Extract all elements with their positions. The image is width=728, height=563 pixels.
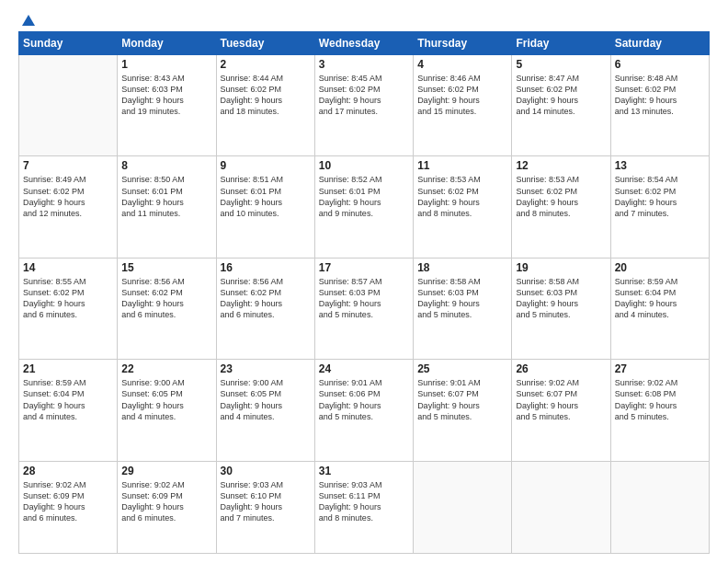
calendar-cell: 31Sunrise: 9:03 AM Sunset: 6:11 PM Dayli… bbox=[314, 461, 413, 553]
day-number: 21 bbox=[23, 362, 113, 375]
day-info: Sunrise: 8:57 AM Sunset: 6:03 PM Dayligh… bbox=[319, 276, 409, 321]
calendar-cell: 18Sunrise: 8:58 AM Sunset: 6:03 PM Dayli… bbox=[414, 258, 512, 359]
day-number: 23 bbox=[221, 362, 311, 375]
calendar-table: SundayMondayTuesdayWednesdayThursdayFrid… bbox=[18, 31, 710, 554]
day-number: 7 bbox=[23, 159, 113, 172]
day-info: Sunrise: 9:02 AM Sunset: 6:07 PM Dayligh… bbox=[516, 377, 606, 422]
calendar-cell: 8Sunrise: 8:50 AM Sunset: 6:01 PM Daylig… bbox=[118, 156, 216, 258]
calendar-cell: 25Sunrise: 9:01 AM Sunset: 6:07 PM Dayli… bbox=[414, 360, 512, 461]
day-info: Sunrise: 8:59 AM Sunset: 6:04 PM Dayligh… bbox=[23, 377, 113, 422]
day-info: Sunrise: 9:03 AM Sunset: 6:11 PM Dayligh… bbox=[319, 479, 409, 524]
week-row-3: 14Sunrise: 8:55 AM Sunset: 6:02 PM Dayli… bbox=[19, 258, 710, 359]
day-info: Sunrise: 9:02 AM Sunset: 6:09 PM Dayligh… bbox=[23, 479, 113, 524]
day-info: Sunrise: 8:53 AM Sunset: 6:02 PM Dayligh… bbox=[417, 174, 507, 219]
day-info: Sunrise: 8:59 AM Sunset: 6:04 PM Dayligh… bbox=[615, 276, 705, 321]
day-number: 30 bbox=[221, 465, 311, 477]
calendar-cell: 27Sunrise: 9:02 AM Sunset: 6:08 PM Dayli… bbox=[610, 360, 709, 461]
calendar-header-saturday: Saturday bbox=[610, 32, 709, 55]
day-info: Sunrise: 8:48 AM Sunset: 6:02 PM Dayligh… bbox=[615, 73, 705, 118]
day-info: Sunrise: 8:45 AM Sunset: 6:02 PM Dayligh… bbox=[319, 73, 409, 118]
calendar-cell: 20Sunrise: 8:59 AM Sunset: 6:04 PM Dayli… bbox=[610, 258, 709, 359]
calendar-cell: 21Sunrise: 8:59 AM Sunset: 6:04 PM Dayli… bbox=[19, 360, 118, 461]
header bbox=[18, 17, 710, 24]
day-number: 27 bbox=[615, 362, 705, 375]
calendar-header-friday: Friday bbox=[512, 32, 610, 55]
day-info: Sunrise: 8:53 AM Sunset: 6:02 PM Dayligh… bbox=[516, 174, 606, 219]
day-number: 6 bbox=[615, 58, 705, 71]
day-info: Sunrise: 9:02 AM Sunset: 6:08 PM Dayligh… bbox=[615, 377, 705, 422]
svg-marker-0 bbox=[22, 15, 35, 26]
logo bbox=[18, 17, 37, 24]
day-info: Sunrise: 9:00 AM Sunset: 6:05 PM Dayligh… bbox=[121, 377, 211, 422]
logo-icon bbox=[20, 13, 37, 29]
day-info: Sunrise: 8:58 AM Sunset: 6:03 PM Dayligh… bbox=[417, 276, 507, 321]
day-number: 5 bbox=[516, 58, 606, 71]
calendar-cell: 13Sunrise: 8:54 AM Sunset: 6:02 PM Dayli… bbox=[610, 156, 709, 258]
calendar-cell: 4Sunrise: 8:46 AM Sunset: 6:02 PM Daylig… bbox=[414, 55, 512, 156]
day-number: 22 bbox=[121, 362, 211, 375]
day-info: Sunrise: 8:55 AM Sunset: 6:02 PM Dayligh… bbox=[23, 276, 113, 321]
day-number: 14 bbox=[23, 261, 113, 274]
day-info: Sunrise: 9:00 AM Sunset: 6:05 PM Dayligh… bbox=[221, 377, 311, 422]
day-number: 1 bbox=[121, 58, 211, 71]
day-number: 13 bbox=[615, 159, 705, 172]
calendar-cell: 6Sunrise: 8:48 AM Sunset: 6:02 PM Daylig… bbox=[610, 55, 709, 156]
day-number: 16 bbox=[221, 261, 311, 274]
day-info: Sunrise: 8:49 AM Sunset: 6:02 PM Dayligh… bbox=[23, 174, 113, 219]
week-row-5: 28Sunrise: 9:02 AM Sunset: 6:09 PM Dayli… bbox=[19, 461, 710, 553]
day-info: Sunrise: 8:51 AM Sunset: 6:01 PM Dayligh… bbox=[221, 174, 311, 219]
day-info: Sunrise: 8:58 AM Sunset: 6:03 PM Dayligh… bbox=[516, 276, 606, 321]
calendar-cell: 9Sunrise: 8:51 AM Sunset: 6:01 PM Daylig… bbox=[216, 156, 314, 258]
calendar-cell bbox=[19, 55, 118, 156]
day-number: 25 bbox=[417, 362, 507, 375]
calendar-cell: 3Sunrise: 8:45 AM Sunset: 6:02 PM Daylig… bbox=[314, 55, 413, 156]
day-number: 12 bbox=[516, 159, 606, 172]
calendar-cell: 26Sunrise: 9:02 AM Sunset: 6:07 PM Dayli… bbox=[512, 360, 610, 461]
calendar-header-sunday: Sunday bbox=[19, 32, 118, 55]
calendar-cell: 12Sunrise: 8:53 AM Sunset: 6:02 PM Dayli… bbox=[512, 156, 610, 258]
calendar-cell: 1Sunrise: 8:43 AM Sunset: 6:03 PM Daylig… bbox=[118, 55, 216, 156]
calendar-cell: 14Sunrise: 8:55 AM Sunset: 6:02 PM Dayli… bbox=[19, 258, 118, 359]
day-info: Sunrise: 8:56 AM Sunset: 6:02 PM Dayligh… bbox=[121, 276, 211, 321]
day-info: Sunrise: 9:01 AM Sunset: 6:06 PM Dayligh… bbox=[319, 377, 409, 422]
calendar-header-row: SundayMondayTuesdayWednesdayThursdayFrid… bbox=[19, 32, 710, 55]
day-number: 10 bbox=[319, 159, 409, 172]
calendar-cell: 28Sunrise: 9:02 AM Sunset: 6:09 PM Dayli… bbox=[19, 461, 118, 553]
day-number: 26 bbox=[516, 362, 606, 375]
calendar-cell: 7Sunrise: 8:49 AM Sunset: 6:02 PM Daylig… bbox=[19, 156, 118, 258]
day-info: Sunrise: 8:44 AM Sunset: 6:02 PM Dayligh… bbox=[221, 73, 311, 118]
calendar-header-monday: Monday bbox=[118, 32, 216, 55]
day-number: 4 bbox=[417, 58, 507, 71]
calendar-cell: 5Sunrise: 8:47 AM Sunset: 6:02 PM Daylig… bbox=[512, 55, 610, 156]
day-number: 15 bbox=[121, 261, 211, 274]
day-number: 8 bbox=[121, 159, 211, 172]
day-number: 18 bbox=[417, 261, 507, 274]
day-info: Sunrise: 8:47 AM Sunset: 6:02 PM Dayligh… bbox=[516, 73, 606, 118]
calendar-cell bbox=[610, 461, 709, 553]
calendar-cell bbox=[512, 461, 610, 553]
day-info: Sunrise: 9:03 AM Sunset: 6:10 PM Dayligh… bbox=[221, 479, 311, 524]
calendar-cell: 24Sunrise: 9:01 AM Sunset: 6:06 PM Dayli… bbox=[314, 360, 413, 461]
day-info: Sunrise: 8:56 AM Sunset: 6:02 PM Dayligh… bbox=[221, 276, 311, 321]
day-number: 3 bbox=[319, 58, 409, 71]
day-number: 9 bbox=[221, 159, 311, 172]
calendar-cell bbox=[414, 461, 512, 553]
calendar-cell: 30Sunrise: 9:03 AM Sunset: 6:10 PM Dayli… bbox=[216, 461, 314, 553]
calendar-header-thursday: Thursday bbox=[414, 32, 512, 55]
week-row-1: 1Sunrise: 8:43 AM Sunset: 6:03 PM Daylig… bbox=[19, 55, 710, 156]
day-number: 20 bbox=[615, 261, 705, 274]
calendar-cell: 29Sunrise: 9:02 AM Sunset: 6:09 PM Dayli… bbox=[118, 461, 216, 553]
day-number: 17 bbox=[319, 261, 409, 274]
week-row-2: 7Sunrise: 8:49 AM Sunset: 6:02 PM Daylig… bbox=[19, 156, 710, 258]
day-number: 19 bbox=[516, 261, 606, 274]
calendar-cell: 16Sunrise: 8:56 AM Sunset: 6:02 PM Dayli… bbox=[216, 258, 314, 359]
day-number: 11 bbox=[417, 159, 507, 172]
week-row-4: 21Sunrise: 8:59 AM Sunset: 6:04 PM Dayli… bbox=[19, 360, 710, 461]
calendar-header-wednesday: Wednesday bbox=[314, 32, 413, 55]
day-info: Sunrise: 8:43 AM Sunset: 6:03 PM Dayligh… bbox=[121, 73, 211, 118]
day-number: 2 bbox=[221, 58, 311, 71]
day-info: Sunrise: 8:50 AM Sunset: 6:01 PM Dayligh… bbox=[121, 174, 211, 219]
day-number: 29 bbox=[121, 465, 211, 477]
day-number: 24 bbox=[319, 362, 409, 375]
calendar-header-tuesday: Tuesday bbox=[216, 32, 314, 55]
